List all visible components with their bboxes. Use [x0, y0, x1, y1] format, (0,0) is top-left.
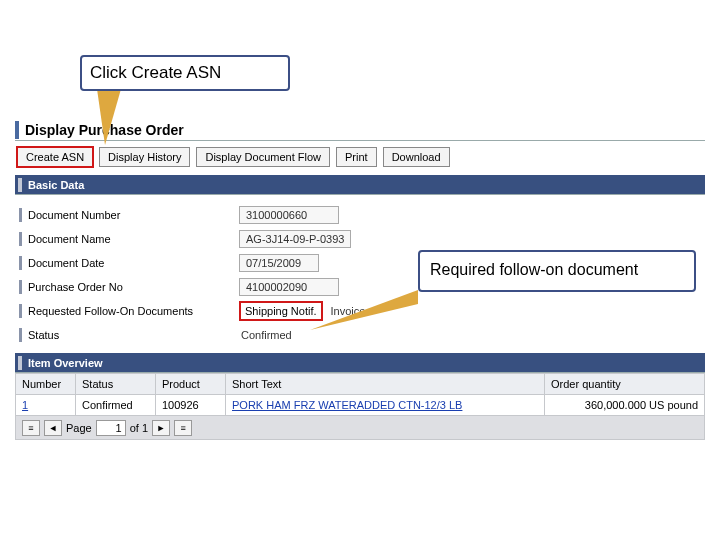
- display-history-button[interactable]: Display History: [99, 147, 190, 167]
- field-status: Status Confirmed: [19, 323, 701, 347]
- callout-text: Click Create ASN: [90, 63, 221, 82]
- col-short-text[interactable]: Short Text: [226, 374, 545, 395]
- field-value: 4100002090: [239, 278, 339, 296]
- field-document-name: Document Name AG-3J14-09-P-0393: [19, 227, 701, 251]
- field-value: AG-3J14-09-P-0393: [239, 230, 351, 248]
- section-header-basic-data: Basic Data: [15, 175, 705, 195]
- callout-arrow: [97, 89, 121, 145]
- section-title: Basic Data: [28, 179, 84, 191]
- cell-status: Confirmed: [76, 395, 156, 416]
- field-label: Document Name: [19, 232, 239, 246]
- cell-short-text[interactable]: PORK HAM FRZ WATERADDED CTN-12/3 LB: [226, 395, 545, 416]
- field-label: Status: [19, 328, 239, 342]
- print-button[interactable]: Print: [336, 147, 377, 167]
- field-label: Document Number: [19, 208, 239, 222]
- callout-text: Required follow-on document: [430, 261, 638, 278]
- section-title: Item Overview: [28, 357, 103, 369]
- field-value: Confirmed: [239, 329, 292, 341]
- pager-label-page: Page: [66, 422, 92, 434]
- field-label: Requested Follow-On Documents: [19, 304, 239, 318]
- header-accent: [15, 121, 19, 139]
- cell-order-quantity: 360,000.000 US pound: [545, 395, 705, 416]
- callout-required-follow-on: Required follow-on document: [418, 250, 696, 292]
- col-number[interactable]: Number: [16, 374, 76, 395]
- field-label: Document Date: [19, 256, 239, 270]
- field-requested-follow-on: Requested Follow-On Documents Shipping N…: [19, 299, 701, 323]
- callout-click-create-asn: Click Create ASN: [80, 55, 290, 91]
- col-product[interactable]: Product: [156, 374, 226, 395]
- field-value: 07/15/2009: [239, 254, 319, 272]
- toolbar: Create ASN Display History Display Docum…: [15, 141, 705, 175]
- display-document-flow-button[interactable]: Display Document Flow: [196, 147, 330, 167]
- create-asn-button[interactable]: Create ASN: [17, 147, 93, 167]
- pager-of-label: of 1: [130, 422, 148, 434]
- pager-current-input[interactable]: [96, 420, 126, 436]
- item-overview-table: Number Status Product Short Text Order q…: [15, 373, 705, 416]
- table-row: 1 Confirmed 100926 PORK HAM FRZ WATERADD…: [16, 395, 705, 416]
- pager-next-icon[interactable]: ►: [152, 420, 170, 436]
- field-value: 3100000660: [239, 206, 339, 224]
- col-status[interactable]: Status: [76, 374, 156, 395]
- cell-number[interactable]: 1: [16, 395, 76, 416]
- pager-first-icon[interactable]: ≡: [22, 420, 40, 436]
- pager-last-icon[interactable]: ≡: [174, 420, 192, 436]
- pager: ≡ ◄ Page of 1 ► ≡: [15, 416, 705, 440]
- cell-product: 100926: [156, 395, 226, 416]
- table-header-row: Number Status Product Short Text Order q…: [16, 374, 705, 395]
- section-header-item-overview: Item Overview: [15, 353, 705, 373]
- pager-prev-icon[interactable]: ◄: [44, 420, 62, 436]
- download-button[interactable]: Download: [383, 147, 450, 167]
- col-order-quantity[interactable]: Order quantity: [545, 374, 705, 395]
- field-document-number: Document Number 3100000660: [19, 203, 701, 227]
- field-label: Purchase Order No: [19, 280, 239, 294]
- follow-on-shipping-notif: Shipping Notif.: [239, 301, 323, 321]
